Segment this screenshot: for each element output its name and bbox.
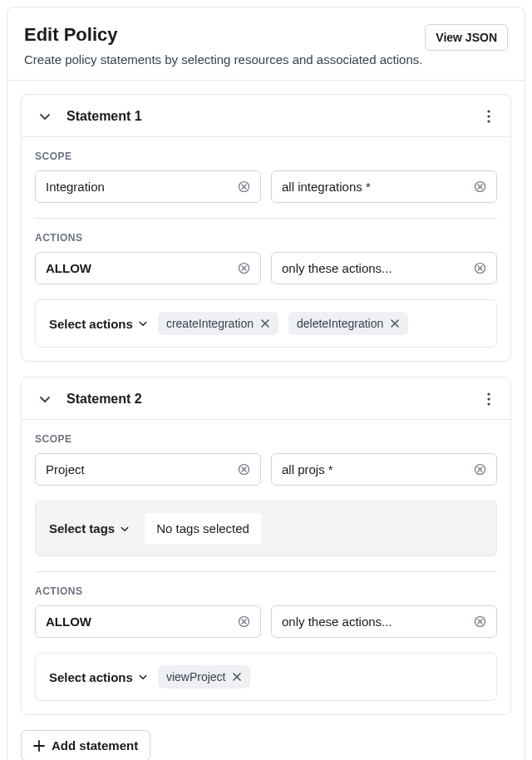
remove-chip-button[interactable] (232, 672, 242, 682)
statement-body: SCOPE Integration all integrations * (22, 137, 510, 361)
panel-header: Edit Policy View JSON Create policy stat… (7, 7, 525, 81)
remove-chip-button[interactable] (390, 318, 400, 328)
select-actions-trigger[interactable]: Select actions (49, 317, 148, 331)
panel-body: Statement 1 SCOPE Integration (7, 81, 525, 760)
select-actions-label: Select actions (49, 317, 133, 331)
statement-card: Statement 1 SCOPE Integration (21, 94, 511, 362)
close-icon (390, 318, 400, 328)
collapse-toggle[interactable] (35, 106, 55, 126)
divider (35, 571, 497, 572)
scope-type-select[interactable]: Project (35, 453, 261, 486)
tags-selector-box: Select tags No tags selected (35, 501, 497, 556)
statement-body: SCOPE Project all projs * (22, 420, 510, 714)
chevron-down-icon (120, 524, 130, 534)
select-tags-label: Select tags (49, 521, 115, 535)
svg-point-0 (487, 110, 490, 112)
chip-label: viewProject (166, 670, 226, 684)
statement-header: Statement 2 (22, 378, 510, 420)
scope-target-value: all integrations * (282, 180, 371, 194)
statement-title: Statement 1 (66, 109, 142, 124)
clear-circle-icon[interactable] (474, 180, 486, 193)
action-chip: viewProject (158, 665, 251, 688)
statement-header: Statement 1 (22, 95, 510, 137)
scope-target-select[interactable]: all projs * (271, 453, 497, 486)
scope-target-select[interactable]: all integrations * (271, 170, 497, 203)
chevron-down-icon (38, 392, 52, 406)
action-filter-value: only these actions... (282, 614, 392, 629)
select-tags-trigger[interactable]: Select tags (49, 521, 130, 535)
action-filter-select[interactable]: only these actions... (271, 252, 497, 284)
svg-point-7 (487, 392, 490, 395)
page-title: Edit Policy (24, 24, 117, 46)
effect-select[interactable]: ALLOW (35, 252, 261, 284)
add-statement-label: Add statement (52, 738, 138, 753)
scope-label: SCOPE (35, 433, 497, 445)
clear-circle-icon[interactable] (474, 463, 486, 476)
action-filter-select[interactable]: only these actions... (271, 605, 497, 638)
close-icon (232, 672, 242, 682)
actions-label: ACTIONS (35, 585, 497, 597)
add-statement-button[interactable]: Add statement (21, 730, 150, 760)
scope-type-value: Integration (46, 180, 105, 194)
actions-selector-box: Select actions viewProject (35, 653, 497, 701)
clear-circle-icon[interactable] (238, 180, 250, 193)
clear-circle-icon[interactable] (238, 463, 250, 476)
svg-point-9 (487, 402, 490, 405)
tags-empty-message: No tags selected (145, 513, 261, 544)
effect-select[interactable]: ALLOW (35, 605, 261, 638)
close-icon (260, 318, 270, 328)
statement-menu-button[interactable] (480, 389, 497, 409)
svg-point-1 (487, 115, 490, 117)
divider (35, 218, 497, 219)
select-actions-trigger[interactable]: Select actions (49, 670, 148, 684)
select-actions-label: Select actions (49, 670, 133, 684)
scope-type-select[interactable]: Integration (35, 170, 261, 203)
scope-target-value: all projs * (282, 462, 333, 476)
actions-selector-box: Select actions createIntegration (35, 299, 497, 348)
clear-circle-icon[interactable] (238, 262, 250, 274)
svg-point-2 (487, 120, 490, 122)
statement-menu-button[interactable] (480, 106, 497, 126)
effect-value: ALLOW (46, 614, 91, 629)
action-chip: deleteIntegration (288, 312, 408, 335)
clear-circle-icon[interactable] (474, 262, 486, 274)
action-chip: createIntegration (158, 312, 278, 335)
chevron-down-icon (38, 110, 52, 123)
clear-circle-icon[interactable] (238, 615, 250, 628)
scope-label: SCOPE (35, 151, 497, 162)
more-vertical-icon (487, 392, 490, 406)
edit-policy-panel: Edit Policy View JSON Create policy stat… (7, 7, 525, 760)
view-json-button[interactable]: View JSON (425, 24, 508, 51)
plus-icon (33, 740, 45, 752)
chip-label: createIntegration (166, 317, 254, 330)
chevron-down-icon (138, 318, 148, 328)
svg-point-8 (487, 397, 490, 400)
collapse-toggle[interactable] (35, 389, 55, 409)
chip-label: deleteIntegration (297, 317, 383, 330)
action-filter-value: only these actions... (282, 261, 392, 275)
more-vertical-icon (487, 110, 490, 123)
remove-chip-button[interactable] (260, 318, 270, 328)
statement-title: Statement 2 (66, 392, 142, 407)
clear-circle-icon[interactable] (474, 615, 486, 628)
effect-value: ALLOW (46, 261, 91, 275)
scope-type-value: Project (46, 462, 85, 476)
actions-label: ACTIONS (35, 232, 497, 244)
page-subtitle: Create policy statements by selecting re… (24, 52, 508, 67)
chevron-down-icon (138, 672, 148, 682)
statement-card: Statement 2 SCOPE Project (21, 377, 511, 715)
